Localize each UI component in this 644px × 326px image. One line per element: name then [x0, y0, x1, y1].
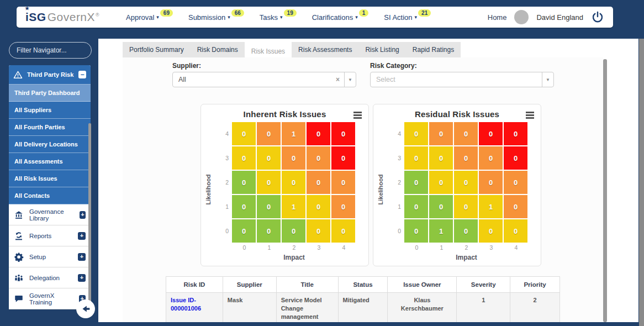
- heatmap-cell[interactable]: 0: [232, 146, 256, 170]
- heatmap-cell[interactable]: 0: [504, 171, 527, 194]
- logout-power-icon[interactable]: [591, 10, 604, 24]
- avatar[interactable]: [514, 10, 529, 24]
- heatmap-cell[interactable]: 0: [307, 195, 330, 218]
- heatmap-cell[interactable]: 0: [504, 146, 527, 170]
- expand-plus-icon[interactable]: +: [78, 232, 86, 240]
- heatmap-cell[interactable]: 0: [232, 219, 256, 243]
- heatmap-grid: 40010030000020000010010000000001234: [220, 122, 356, 251]
- heatmap-cell[interactable]: 0: [504, 219, 527, 243]
- heatmap-cell[interactable]: 0: [404, 219, 428, 243]
- sidebar-collapse-button[interactable]: [76, 299, 95, 318]
- heatmap-cell[interactable]: 0: [479, 219, 503, 243]
- sidebar-item-third-party-dashboard[interactable]: Third Party Dashboard: [9, 85, 91, 102]
- heatmap-cell[interactable]: 0: [429, 122, 453, 145]
- sidebar-item-delegation[interactable]: Delegation+: [9, 267, 91, 288]
- heatmap-cell[interactable]: 0: [404, 171, 428, 194]
- risk-id-link[interactable]: Issue ID-000001006: [166, 293, 223, 323]
- sidebar-item-all-delivery-locations[interactable]: All Delivery Locations: [9, 136, 91, 153]
- x-tick: 2: [454, 244, 479, 251]
- menu-clarifications[interactable]: Clarifications▾1: [312, 13, 369, 22]
- sidebar-item-governance-library[interactable]: Governance Library+: [9, 204, 91, 225]
- tab-rapid-ratings[interactable]: Rapid Ratings: [406, 42, 461, 57]
- panel-scrollbar[interactable]: [603, 59, 607, 322]
- heatmap-cell[interactable]: 0: [404, 146, 428, 170]
- heatmap-cell[interactable]: 0: [454, 195, 478, 218]
- supplier-select[interactable]: All × ▼: [172, 72, 356, 87]
- heatmap-cell[interactable]: 0: [429, 146, 453, 170]
- heatmap-cell[interactable]: 0: [257, 219, 281, 243]
- expand-plus-icon[interactable]: +: [80, 211, 86, 219]
- heatmap-cell[interactable]: 0: [454, 146, 478, 170]
- heatmap-cell[interactable]: 0: [479, 122, 503, 145]
- sidebar-item-all-contacts[interactable]: All Contacts: [9, 187, 91, 204]
- people-icon: [14, 273, 24, 283]
- heatmap-cell[interactable]: 0: [454, 171, 478, 194]
- x-tick: 1: [257, 244, 282, 251]
- menu-submission[interactable]: Submission▾66: [188, 13, 244, 22]
- menu-approval[interactable]: Approval▾69: [126, 13, 173, 22]
- heatmap-cell[interactable]: 0: [307, 122, 330, 145]
- heatmap-cell[interactable]: 0: [331, 146, 355, 170]
- risk-category-select[interactable]: Select ▼: [370, 72, 554, 87]
- heatmap-cell[interactable]: 0: [257, 195, 281, 218]
- expand-plus-icon[interactable]: +: [78, 253, 86, 261]
- menu-tasks[interactable]: Tasks▾19: [260, 13, 297, 22]
- heatmap-cell[interactable]: 0: [232, 171, 256, 194]
- chart-hamburger-icon[interactable]: [353, 112, 362, 120]
- heatmap-cell[interactable]: 0: [331, 219, 355, 243]
- heatmap-cell[interactable]: 0: [429, 195, 453, 218]
- heatmap-cell[interactable]: 1: [429, 219, 453, 243]
- heatmap-cell[interactable]: 0: [331, 195, 355, 218]
- heatmap-cell[interactable]: 0: [257, 122, 281, 145]
- heatmap-cell[interactable]: 0: [282, 219, 305, 243]
- column-header-status: Status: [338, 277, 388, 293]
- clear-icon[interactable]: ×: [331, 76, 344, 83]
- heatmap-cell[interactable]: 0: [307, 219, 330, 243]
- heatmap-cell[interactable]: 0: [504, 195, 527, 218]
- heatmap-cell[interactable]: 0: [232, 195, 256, 218]
- heatmap-cell[interactable]: 1: [282, 195, 305, 218]
- dropdown-arrow-icon[interactable]: ▼: [344, 72, 356, 87]
- menu-si-action[interactable]: SI Action▾21: [384, 13, 431, 22]
- tab-portfolio-summary[interactable]: Portfolio Summary: [123, 42, 191, 57]
- heatmap-cell[interactable]: 0: [257, 146, 281, 170]
- heatmap-cell[interactable]: 0: [479, 171, 503, 194]
- sidebar-item-all-fourth-parties[interactable]: All Fourth Parties: [9, 119, 91, 136]
- sidebar-item-third-party-risk[interactable]: Third Party Risk −: [9, 65, 91, 85]
- heatmap-cell[interactable]: 0: [331, 122, 355, 145]
- sidebar-item-all-risk-issues[interactable]: All Risk Issues: [9, 170, 91, 187]
- heatmap-cell[interactable]: 0: [404, 195, 428, 218]
- heatmap-cell[interactable]: 0: [307, 171, 330, 194]
- sidebar-item-reports[interactable]: Reports+: [9, 225, 91, 246]
- heatmap-cell[interactable]: 0: [307, 146, 330, 170]
- heatmap-cell[interactable]: 0: [331, 171, 355, 194]
- heatmap-cell[interactable]: 0: [404, 122, 428, 145]
- page-scrollbar[interactable]: [639, 39, 644, 326]
- heatmap-cell[interactable]: 0: [504, 122, 527, 145]
- heatmap-cell[interactable]: 1: [479, 195, 503, 218]
- collapse-minus-icon[interactable]: −: [78, 71, 86, 78]
- heatmap-cell[interactable]: 0: [454, 219, 478, 243]
- sidebar-scrollbar[interactable]: [88, 123, 91, 309]
- heatmap-cell[interactable]: 0: [429, 171, 453, 194]
- tab-risk-domains[interactable]: Risk Domains: [191, 42, 245, 57]
- filter-navigator-input[interactable]: [9, 42, 92, 59]
- heatmap-cell[interactable]: 0: [479, 146, 503, 170]
- dropdown-arrow-icon[interactable]: ▼: [542, 72, 553, 87]
- tab-risk-listing[interactable]: Risk Listing: [358, 42, 405, 57]
- heatmap-cell[interactable]: 0: [454, 122, 478, 145]
- expand-plus-icon[interactable]: +: [78, 274, 86, 282]
- y-axis-label: Likelihood: [377, 170, 384, 209]
- y-tick: 3: [220, 155, 229, 161]
- home-link[interactable]: Home: [488, 13, 507, 22]
- heatmap-cell[interactable]: 0: [282, 146, 305, 170]
- sidebar-item-setup[interactable]: Setup+: [9, 246, 91, 267]
- heatmap-cell[interactable]: 1: [282, 122, 305, 145]
- sidebar-item-all-suppliers[interactable]: All Suppliers: [9, 102, 91, 119]
- heatmap-cell[interactable]: 0: [282, 171, 305, 194]
- tab-risk-assessments[interactable]: Risk Assessments: [292, 42, 358, 57]
- sidebar-item-all-assessments[interactable]: All Assessments: [9, 153, 91, 170]
- heatmap-cell[interactable]: 0: [257, 171, 281, 194]
- heatmap-cell[interactable]: 0: [232, 122, 256, 145]
- chart-hamburger-icon[interactable]: [526, 112, 534, 120]
